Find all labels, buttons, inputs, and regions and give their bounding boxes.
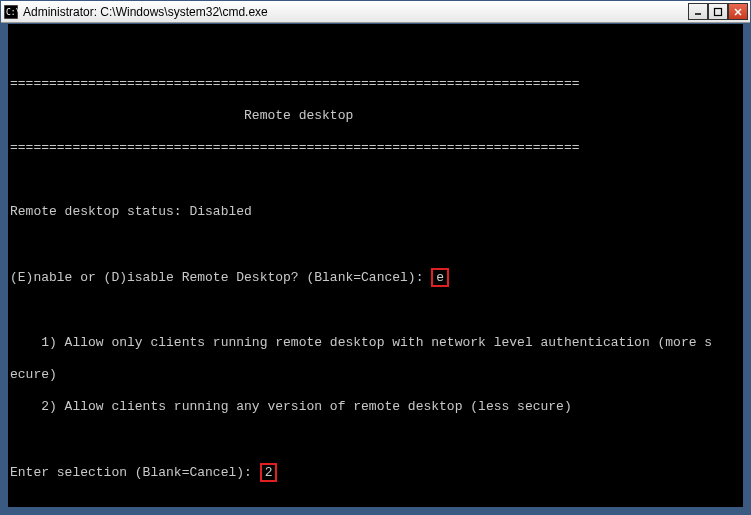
window-controls — [688, 3, 748, 20]
option-2-line: 2) Allow clients running any version of … — [10, 399, 743, 415]
user-input-highlight: e — [431, 268, 449, 287]
option-1-line: 1) Allow only clients running remote des… — [10, 335, 743, 351]
option-1-wrap: ecure) — [10, 367, 743, 383]
blank-line — [10, 236, 743, 252]
header-line: Remote desktop — [10, 108, 743, 124]
status-line: Remote desktop status: Disabled — [10, 204, 743, 220]
titlebar[interactable]: C:\ Administrator: C:\Windows\system32\c… — [1, 1, 750, 23]
cmd-icon: C:\ — [3, 4, 19, 20]
divider-line: ========================================… — [10, 140, 743, 156]
prompt-text: Enter selection (Blank=Cancel): — [10, 465, 260, 480]
terminal-output[interactable]: ========================================… — [1, 23, 750, 514]
user-input-highlight: 2 — [260, 463, 278, 482]
window-title: Administrator: C:\Windows\system32\cmd.e… — [23, 5, 688, 19]
cmd-window: C:\ Administrator: C:\Windows\system32\c… — [0, 0, 751, 515]
svg-text:C:\: C:\ — [6, 8, 18, 17]
divider-line: ========================================… — [10, 76, 743, 92]
blank-line — [10, 303, 743, 319]
maximize-button[interactable] — [708, 3, 728, 20]
prompt-enable-disable: (E)nable or (D)isable Remote Desktop? (B… — [10, 268, 743, 287]
close-button[interactable] — [728, 3, 748, 20]
blank-line — [10, 172, 743, 188]
prompt-text: (E)nable or (D)isable Remote Desktop? (B… — [10, 270, 431, 285]
prompt-selection: Enter selection (Blank=Cancel): 2 — [10, 463, 743, 482]
blank-line — [10, 44, 743, 60]
svg-rect-3 — [715, 8, 722, 15]
minimize-button[interactable] — [688, 3, 708, 20]
blank-line — [10, 431, 743, 447]
